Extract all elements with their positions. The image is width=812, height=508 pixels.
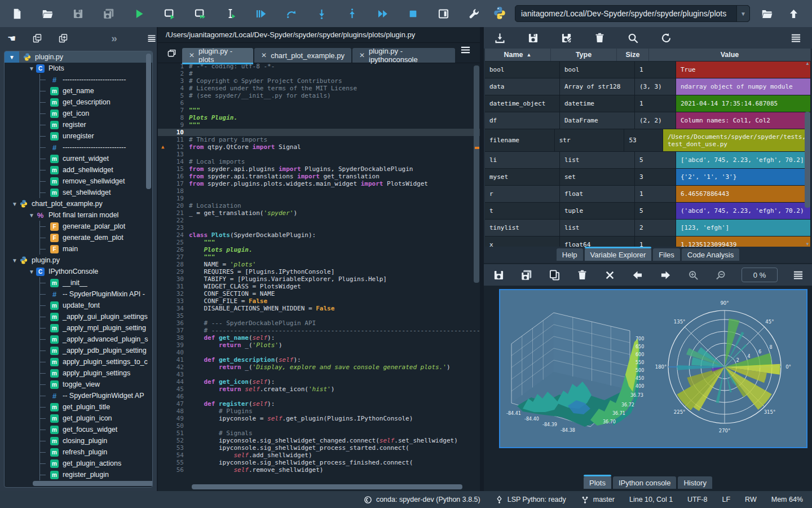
outline-item-plot-final-terrain-model[interactable]: ▼%Plot final terrain model (5, 209, 152, 221)
tab-files[interactable]: Files (653, 248, 679, 261)
editor-horizontal-scrollbar[interactable] (186, 484, 471, 489)
save-button[interactable] (69, 5, 87, 23)
line-number[interactable]: 35 (158, 312, 189, 319)
line-number[interactable]: 36 (158, 319, 189, 327)
outline-item-__init__[interactable]: m__init__ (5, 277, 152, 288)
line-number[interactable]: 9 (158, 121, 189, 129)
status-utf-8[interactable]: UTF-8 (687, 496, 707, 503)
plot-figure[interactable]: 70065060055050045040036.7036.7136.7236.7… (499, 289, 807, 448)
code-line-23[interactable]: 23 (158, 224, 480, 231)
cell-size[interactable]: 2 (635, 220, 676, 236)
line-number[interactable]: 52 (158, 437, 189, 444)
status-rw[interactable]: RW (745, 496, 757, 503)
debug-continue-button[interactable] (373, 5, 392, 23)
browse-directory-button[interactable] (758, 5, 776, 23)
outline-item-get_name[interactable]: mget_name (5, 85, 152, 97)
working-directory-value[interactable]: ianitagomez/Local/Dev-Spyder/spyder/spyd… (515, 9, 736, 18)
zoom-out-button[interactable] (714, 266, 728, 284)
outline-item-generate_polar_plot[interactable]: Fgenerate_polar_plot (5, 221, 152, 232)
code-line-15[interactable]: 15from spyder.api.plugins import Plugins… (158, 165, 480, 173)
cell-value[interactable]: ndarray object of numpy module (676, 78, 811, 95)
line-number[interactable]: 42 (158, 364, 189, 371)
editor-tab-plugin-py-plots[interactable]: ✕plugin.py - plots (182, 48, 253, 63)
code-line-31[interactable]: 31 WIDGET_CLASS = PlotsWidget (158, 283, 480, 290)
line-number[interactable]: 17 (158, 180, 189, 187)
code-line-56[interactable]: 56 self.remove_shellwidget) (158, 466, 480, 474)
code-line-3[interactable]: 3# Copyright © Spyder Project Contributo… (158, 77, 480, 85)
cell-type[interactable]: float64 (560, 237, 635, 247)
line-number[interactable]: ▲12 (158, 143, 189, 151)
debug-step-into-button[interactable] (312, 5, 331, 23)
line-number[interactable]: 8 (158, 114, 189, 121)
line-number[interactable]: 44 (158, 378, 189, 386)
editor-vertical-scrollbar[interactable] (474, 64, 479, 482)
code-line-2[interactable]: 2# (158, 70, 480, 77)
more-toolbar-button[interactable]: » (109, 31, 118, 46)
code-editor[interactable]: 1# -*- coding: utf-8 -*-2#3# Copyright ©… (158, 63, 480, 491)
cell-type[interactable]: float (560, 186, 635, 202)
chevron-down-icon[interactable]: ▼ (10, 257, 19, 264)
code-line-55[interactable]: 55 ipyconsole.sig_shellwidget_process_fi… (158, 459, 480, 466)
save-all-plots-button[interactable] (519, 266, 533, 284)
cell-name[interactable]: data (485, 78, 560, 95)
line-number[interactable]: 28 (158, 261, 189, 268)
code-line-27[interactable]: 27 """ (158, 253, 480, 261)
line-number[interactable]: 34 (158, 305, 189, 312)
code-line-28[interactable]: 28 NAME = 'plots' (158, 261, 480, 268)
code-line-18[interactable]: 18 (158, 187, 480, 195)
tab-history[interactable]: History (678, 476, 712, 489)
cell-type[interactable]: list (560, 220, 635, 236)
cell-value[interactable]: Column names: Col1, Col2 (676, 112, 811, 129)
tools-button[interactable] (465, 5, 483, 23)
line-number[interactable]: 32 (158, 290, 189, 297)
status-conda[interactable]: conda: spyder-dev (Python 3.8.5) (364, 496, 480, 504)
outline-item-get_plugin_title[interactable]: mget_plugin_title (5, 401, 152, 413)
line-number[interactable]: 47 (158, 400, 189, 408)
variable-row-li[interactable]: lilist5['abcd', 745, 2.23, 'efgh', 70.2] (485, 152, 811, 169)
code-line-47[interactable]: 47 def register(self): (158, 400, 480, 408)
status-lsp[interactable]: LSP Python: ready (495, 496, 566, 504)
cell-value[interactable]: /Users/Documents/spyder/spyder/tests, te… (663, 129, 811, 151)
outline-item-register[interactable]: mregister (5, 119, 152, 130)
code-line-49[interactable]: 49 ipyconsole = self.get_plugin(Plugins.… (158, 415, 480, 422)
code-line-7[interactable]: 7""" (158, 107, 480, 114)
code-line-14[interactable]: 14# Local imports (158, 158, 480, 165)
outline-item-plugin-py[interactable]: ▼plugin.py (5, 51, 152, 63)
previous-plot-button[interactable] (630, 266, 645, 284)
run-file-button[interactable] (130, 5, 148, 23)
parent-directory-button[interactable] (784, 5, 803, 23)
line-number[interactable]: 4 (158, 85, 189, 92)
code-line-40[interactable]: 40 (158, 349, 480, 356)
outline-item-refresh_plugin[interactable]: mrefresh_plugin (5, 446, 152, 458)
code-line-10[interactable]: 10 (158, 129, 480, 136)
cell-name[interactable]: datetime_object (485, 95, 560, 112)
outline-item-main[interactable]: Fmain (5, 243, 152, 255)
cell-name[interactable]: t (485, 203, 560, 219)
status-mem[interactable]: Mem 64% (771, 496, 803, 503)
working-directory-combobox[interactable]: ianitagomez/Local/Dev-Spyder/spyder/spyd… (515, 5, 750, 22)
variable-row-tinylist[interactable]: tinylistlist2[123, 'efgh'] (485, 220, 811, 237)
line-number[interactable]: 2 (158, 70, 189, 77)
code-line-22[interactable]: 22 (158, 217, 480, 224)
line-number[interactable]: 50 (158, 422, 189, 430)
line-number[interactable]: 51 (158, 430, 189, 437)
zoom-in-button[interactable] (686, 266, 700, 284)
code-line-20[interactable]: 20# Localization (158, 202, 480, 209)
new-file-button[interactable] (8, 5, 27, 23)
cell-type[interactable]: Array of str128 (560, 78, 635, 95)
line-number[interactable]: 7 (158, 107, 189, 114)
outline-options-button[interactable] (147, 31, 157, 46)
cell-name[interactable]: x (485, 237, 560, 247)
debug-step-out-button[interactable] (343, 5, 361, 23)
close-icon[interactable]: ✕ (261, 51, 267, 59)
line-number[interactable]: 13 (158, 151, 189, 158)
line-number[interactable]: 10 (158, 129, 189, 136)
outline-item-register_plugin[interactable]: mregister_plugin (5, 469, 152, 480)
outline-item-set_shellwidget[interactable]: mset_shellwidget (5, 187, 152, 198)
column-header-type[interactable]: Type (551, 49, 617, 61)
line-number[interactable]: 25 (158, 239, 189, 246)
outline-horizontal-scrollbar[interactable] (10, 481, 144, 486)
line-number[interactable]: 22 (158, 217, 189, 224)
save-data-as-button[interactable] (557, 29, 576, 47)
outline-item--[interactable]: #--------------------------- (5, 74, 152, 85)
